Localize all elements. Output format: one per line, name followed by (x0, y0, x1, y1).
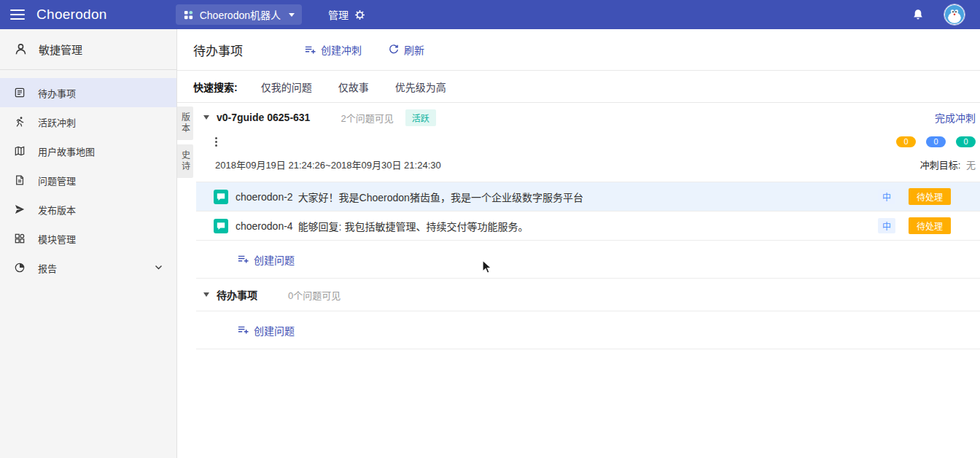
sidebar-item-active-sprint[interactable]: 活跃冲刺 (0, 107, 176, 136)
menu-hamburger-icon[interactable] (10, 9, 25, 20)
page-title: 待办事项 (193, 41, 243, 59)
refresh-label: 刷新 (404, 42, 424, 57)
document-icon (14, 174, 26, 186)
backlog-visible-count: 0个问题可见 (288, 288, 341, 302)
chevron-down-icon (155, 265, 163, 271)
playlist-add-icon (237, 253, 249, 265)
quick-search-bar: 快速搜索: 仅我的问题 仅故事 优先级为高 (177, 71, 980, 103)
notification-bell-icon[interactable] (911, 8, 925, 21)
issue-summary: 能够回复: 我包括敏捷管理、持续交付等功能服务。 (298, 219, 529, 233)
story-type-icon (214, 219, 228, 233)
side-tabs: 版本 史诗 (177, 103, 196, 458)
sprint-date-range: 2018年09月19日 21:24:26~2018年09月30日 21:24:3… (215, 158, 441, 171)
backlog-create-issue-row: 创建问题 (196, 311, 980, 349)
manage-label: 管理 (328, 7, 349, 22)
project-selector[interactable]: Choerodon机器人 (176, 4, 302, 25)
sidebar-item-label: 发布版本 (38, 203, 76, 217)
backlog-icon (14, 87, 26, 98)
project-grid-icon (183, 9, 194, 20)
sprint-create-issue-row: 创建问题 (196, 241, 980, 279)
main-area: 敏捷管理 待办事项 (0, 29, 980, 458)
sprint-meta-row: 0 0 0 (196, 132, 980, 151)
sprint-goal-value: 无 (966, 160, 976, 171)
backlog-section-name: 待办事项 (217, 287, 257, 302)
sprint-header: v0-7guide 0625-631 2个问题可见 活跃 完成冲刺 (196, 103, 980, 132)
chevron-down-icon (289, 13, 295, 17)
sidebar-item-label: 模块管理 (38, 232, 76, 246)
issue-list: choerodon-2 大家好！我是Choerodon猪齿鱼，我是一个企业级数字… (196, 182, 980, 241)
sprint-visible-count: 2个问题可见 (341, 111, 393, 125)
backlog-panel: v0-7guide 0625-631 2个问题可见 活跃 完成冲刺 0 0 0 (196, 103, 980, 458)
sidebar-item-component-manage[interactable]: 模块管理 (0, 224, 176, 253)
counter-doing: 0 (926, 136, 946, 147)
issue-key: choerodon-4 (236, 220, 293, 232)
sidebar-item-report[interactable]: 报告 (0, 253, 176, 282)
issue-row[interactable]: choerodon-4 能够回复: 我包括敏捷管理、持续交付等功能服务。 中 待… (196, 211, 980, 241)
sprint-name: v0-7guide 0625-631 (217, 112, 310, 123)
priority-badge: 中 (878, 218, 895, 233)
sidebar-item-label: 用户故事地图 (38, 144, 95, 158)
component-icon (14, 233, 26, 244)
refresh-icon (388, 44, 400, 55)
collapse-caret-icon[interactable] (203, 115, 209, 120)
story-map-icon (14, 145, 26, 157)
filter-only-mine[interactable]: 仅我的问题 (261, 79, 312, 94)
running-sprint-icon (14, 116, 26, 128)
pie-chart-icon (14, 262, 26, 273)
issue-summary: 大家好！我是Choerodon猪齿鱼，我是一个企业级数字服务平台 (298, 190, 583, 204)
sidebar-item-label: 问题管理 (38, 174, 76, 187)
user-avatar[interactable] (944, 4, 965, 26)
playlist-add-icon (237, 324, 249, 336)
create-issue-button[interactable]: 创建问题 (237, 252, 295, 267)
sprint-goal: 冲刺目标: 无 (920, 158, 976, 171)
issue-key: choerodon-2 (236, 191, 293, 203)
sprint-counters: 0 0 0 (896, 136, 976, 147)
issue-row[interactable]: choerodon-2 大家好！我是Choerodon猪齿鱼，我是一个企业级数字… (196, 182, 980, 211)
manage-menu[interactable]: 管理 (328, 7, 366, 22)
sprint-goal-label: 冲刺目标: (920, 160, 961, 171)
sidebar-item-label: 报告 (38, 261, 57, 275)
sidebar-item-label: 活跃冲刺 (38, 115, 76, 129)
app-window: Choerodon Choerodon机器人 管理 (0, 0, 980, 458)
sidebar-item-story-map[interactable]: 用户故事地图 (0, 136, 176, 166)
counter-done: 0 (956, 136, 976, 147)
create-issue-label: 创建问题 (254, 323, 295, 338)
sidebar-header: 敏捷管理 (0, 29, 176, 70)
tab-version[interactable]: 版本 (177, 106, 193, 140)
create-sprint-label: 创建冲刺 (321, 42, 362, 57)
sidebar-nav: 待办事项 活跃冲刺 (0, 70, 176, 282)
sidebar-item-backlog[interactable]: 待办事项 (0, 78, 176, 107)
complete-sprint-button[interactable]: 完成冲刺 (935, 110, 976, 125)
backlog-section-header: 待办事项 0个问题可见 (196, 279, 980, 311)
sidebar-item-release[interactable]: 发布版本 (0, 195, 176, 224)
counter-todo: 0 (896, 136, 916, 147)
app-logo: Choerodon (36, 7, 107, 23)
quick-search-label: 快速搜索: (193, 79, 238, 94)
project-selector-label: Choerodon机器人 (200, 7, 281, 22)
priority-badge: 中 (878, 189, 895, 204)
tab-epic[interactable]: 史诗 (177, 144, 193, 178)
sprint-date-row: 2018年09月19日 21:24:26~2018年09月30日 21:24:3… (196, 151, 980, 177)
story-type-icon (214, 190, 228, 204)
drag-handle-icon[interactable] (215, 137, 217, 147)
filter-only-story[interactable]: 仅故事 (338, 79, 369, 94)
gear-icon (354, 9, 366, 21)
content: 待办事项 创建冲刺 (177, 29, 980, 458)
playlist-add-icon (304, 44, 316, 56)
sprint-status-badge: 活跃 (405, 109, 436, 126)
backlog-body: 版本 史诗 v0-7guide 0625-631 2个问题可见 活跃 完成冲刺 (177, 103, 980, 458)
sidebar-item-issue-manage[interactable]: 问题管理 (0, 166, 176, 195)
sidebar-item-label: 待办事项 (38, 86, 76, 100)
filter-high-priority[interactable]: 优先级为高 (395, 79, 446, 94)
refresh-button[interactable]: 刷新 (388, 42, 424, 57)
create-issue-button[interactable]: 创建问题 (237, 323, 295, 338)
status-badge: 待处理 (909, 217, 951, 234)
sidebar-title: 敏捷管理 (39, 42, 82, 57)
collapse-caret-icon[interactable] (203, 292, 209, 297)
topbar: Choerodon Choerodon机器人 管理 (0, 0, 980, 29)
sidebar: 敏捷管理 待办事项 (0, 29, 177, 458)
status-badge: 待处理 (909, 188, 951, 205)
agile-icon (14, 42, 28, 56)
create-issue-label: 创建问题 (254, 252, 295, 267)
create-sprint-button[interactable]: 创建冲刺 (304, 42, 362, 57)
